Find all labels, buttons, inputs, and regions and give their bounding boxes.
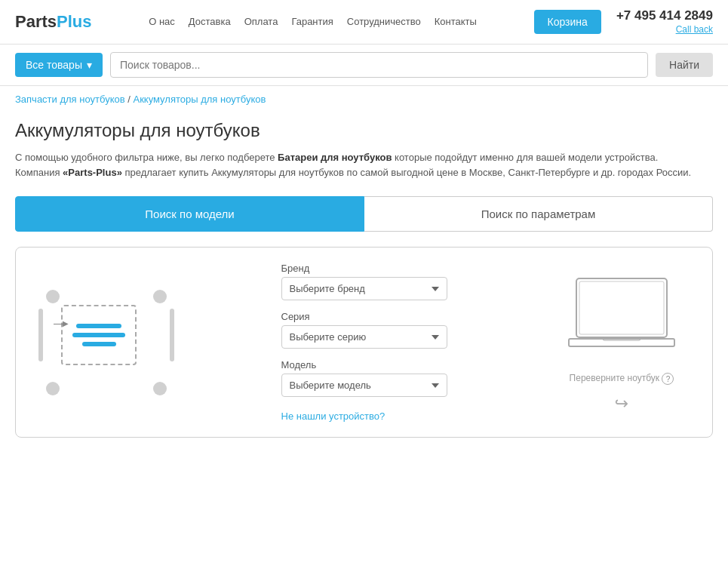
breadcrumb-item-1[interactable]: Запчасти для ноутбуков	[15, 94, 125, 105]
desc-bold-1: Батареи для ноутбуков	[278, 152, 392, 163]
model-label: Модель	[281, 359, 447, 371]
phone-number: +7 495 414 2849	[616, 8, 713, 24]
question-icon[interactable]: ?	[662, 373, 674, 385]
laptop-svg	[561, 271, 682, 361]
corner-circle-bl	[46, 382, 60, 395]
desc-bold-2: «Parts-Plus»	[63, 167, 122, 178]
chevron-down-icon: ▾	[87, 59, 92, 71]
main-nav: О нас Доставка Оплата Гарантия Сотруднич…	[149, 16, 477, 27]
desc-text-3: предлагает купить Аккумуляторы для ноутб…	[122, 167, 691, 178]
logo-parts: Parts	[15, 12, 57, 31]
logo: PartsPlus	[15, 12, 92, 32]
search-bar: Все товары ▾ Найти	[0, 45, 728, 86]
tab-model-search[interactable]: Поиск по модели	[15, 196, 364, 232]
header-right: Корзина +7 495 414 2849 Call back	[534, 8, 713, 36]
nav-delivery[interactable]: Доставка	[189, 16, 231, 27]
breadcrumb-item-2[interactable]: Аккумуляторы для ноутбуков	[133, 94, 266, 105]
call-back-link[interactable]: Call back	[616, 24, 713, 36]
brand-form: Бренд Выберите бренд Серия Выберите сери…	[281, 263, 447, 422]
breadcrumb: Запчасти для ноутбуков / Аккумуляторы дл…	[0, 86, 728, 112]
sketch-line-3	[82, 342, 116, 346]
sketch-line-1	[76, 324, 121, 328]
brand-label: Бренд	[281, 263, 447, 274]
arrow-indicator	[54, 324, 63, 324]
laptop-right: Переверните ноутбук ? ↩	[546, 271, 697, 414]
page-description: С помощью удобного фильтра ниже, вы легк…	[15, 150, 694, 182]
nav-contacts[interactable]: Контакты	[435, 16, 477, 27]
desc-text-1: С помощью удобного фильтра ниже, вы легк…	[15, 152, 278, 163]
tab-param-search[interactable]: Поиск по параметрам	[364, 196, 713, 232]
logo-plus: Plus	[57, 12, 91, 31]
brand-select[interactable]: Выберите бренд	[281, 277, 447, 300]
cart-button[interactable]: Корзина	[534, 10, 601, 34]
model-panel-inner: Бренд Выберите бренд Серия Выберите сери…	[31, 263, 697, 422]
main-content: Аккумуляторы для ноутбуков С помощью удо…	[0, 112, 728, 454]
corner-circle-br	[153, 382, 167, 395]
header: PartsPlus О нас Доставка Оплата Гарантия…	[0, 0, 728, 45]
sketch-line-2	[72, 333, 125, 337]
laptop-sketch	[38, 282, 174, 403]
series-group: Серия Выберите серию	[281, 311, 447, 349]
brand-group: Бренд Выберите бренд	[281, 263, 447, 300]
flip-label-text: Переверните ноутбук	[570, 373, 659, 383]
curve-arrow-icon: ↩	[615, 394, 628, 414]
nav-cooperation[interactable]: Сотрудничество	[347, 16, 421, 27]
flip-label: Переверните ноутбук ?	[570, 373, 674, 385]
not-found-link[interactable]: Не нашли устройство?	[281, 410, 386, 422]
laptop-image	[561, 271, 682, 364]
bar-left	[38, 309, 43, 361]
filter-tabs: Поиск по модели Поиск по параметрам	[15, 196, 713, 232]
model-group: Модель Выберите модель	[281, 359, 447, 397]
nav-about[interactable]: О нас	[149, 16, 175, 27]
model-panel: Бренд Выберите бренд Серия Выберите сери…	[15, 247, 713, 438]
bar-right	[170, 309, 174, 361]
phone-block: +7 495 414 2849 Call back	[616, 8, 713, 36]
all-products-label: Все товары	[26, 59, 82, 71]
svg-rect-0	[576, 278, 667, 337]
nav-payment[interactable]: Оплата	[244, 16, 278, 27]
all-products-button[interactable]: Все товары ▾	[15, 53, 103, 77]
search-input[interactable]	[110, 52, 648, 78]
laptop-illustration	[31, 282, 182, 403]
series-label: Серия	[281, 311, 447, 322]
page-title: Аккумуляторы для ноутбуков	[15, 120, 713, 141]
svg-rect-1	[579, 281, 664, 334]
corner-circle-tr	[153, 290, 167, 303]
model-select[interactable]: Выберите модель	[281, 374, 447, 397]
series-select[interactable]: Выберите серию	[281, 325, 447, 349]
search-button[interactable]: Найти	[656, 53, 713, 77]
nav-warranty[interactable]: Гарантия	[291, 16, 333, 27]
corner-circle-tl	[46, 290, 60, 303]
dashed-area	[61, 305, 137, 365]
